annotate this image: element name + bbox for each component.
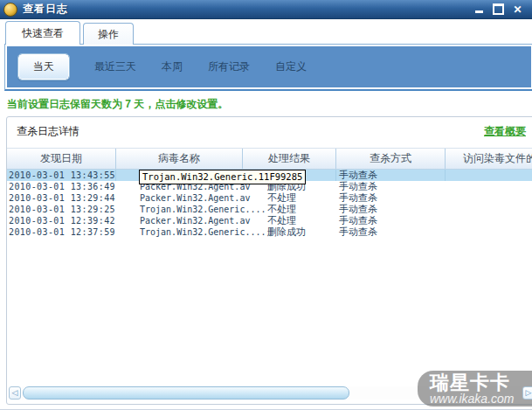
watermark-brand: 瑞星卡卡 [430, 373, 532, 393]
tab-quick-view[interactable]: 快速查看 [5, 21, 80, 45]
filter-all-records-button[interactable]: 所有记录 [208, 59, 250, 74]
cell-date: 2010-03-01 13:43:55 [7, 170, 116, 181]
virus-name-tooltip: Trojan.Win32.Generic.11F99285 [139, 170, 306, 184]
scroll-right-icon[interactable]: ▷ [522, 386, 532, 400]
cell-process [446, 170, 532, 181]
scrollbar-thumb[interactable] [23, 386, 349, 400]
cell-process [446, 215, 532, 226]
cell-process [446, 181, 532, 192]
cell-result: 不处理 [243, 215, 336, 226]
table-row[interactable]: 2010-03-01 12:37:59 Trojan.Win32.Generic… [7, 226, 532, 238]
watermark-url: www.ikaka.com [430, 393, 532, 406]
scan-log-panel: 查杀日志详情 查看概要 发现日期 病毒名称 处理结果 查杀方式 访问染毒文件的 … [6, 116, 532, 405]
scroll-left-icon[interactable]: ◁ [9, 386, 21, 400]
cell-date: 2010-03-01 12:37:59 [7, 226, 116, 238]
cell-result: 不处理 [243, 192, 336, 204]
cell-process [446, 226, 532, 238]
cell-method: 手动查杀 [336, 181, 446, 192]
tab-page: 当天 最近三天 本周 所有记录 自定义 [4, 44, 532, 91]
log-viewer-window: 查看日志 ✕ 快速查看 操作 当天 最近三天 本周 所有记录 自定义 当前设置日… [0, 0, 532, 410]
tab-bar: 快速查看 操作 [5, 24, 136, 45]
watermark: 瑞星卡卡 www.ikaka.com [418, 371, 532, 407]
titlebar: 查看日志 ✕ [0, 0, 532, 19]
date-filter-toolbar: 当天 最近三天 本周 所有记录 自定义 [7, 46, 531, 87]
filter-custom-button[interactable]: 自定义 [275, 59, 307, 74]
close-icon[interactable]: ✕ [511, 3, 524, 15]
maximize-icon[interactable] [492, 3, 505, 15]
window-controls: ✕ [473, 3, 532, 15]
filter-last-three-days-button[interactable]: 最近三天 [94, 59, 136, 74]
table-row[interactable]: 2010-03-01 13:29:44 Packer.Win32.Agent.a… [7, 192, 532, 204]
cell-virus: Trojan.Win32.Generic.... [116, 226, 243, 238]
panel-title: 查杀日志详情 [17, 124, 79, 139]
cell-method: 手动查杀 [336, 192, 446, 204]
cell-method: 手动查杀 [336, 170, 446, 181]
column-header-process[interactable]: 访问染毒文件的 [446, 149, 532, 169]
column-header-date[interactable]: 发现日期 [7, 149, 116, 169]
column-header-result[interactable]: 处理结果 [243, 149, 336, 169]
minimize-icon[interactable] [473, 3, 486, 15]
filter-today-button[interactable]: 当天 [18, 54, 69, 80]
table-row[interactable]: 2010-03-01 13:29:25 Trojan.Win32.Generic… [7, 204, 532, 215]
filter-this-week-button[interactable]: 本周 [162, 59, 183, 74]
log-table: 发现日期 病毒名称 处理结果 查杀方式 访问染毒文件的 2010-03-01 1… [7, 148, 532, 238]
window-title: 查看日志 [23, 2, 68, 17]
column-header-method[interactable]: 查杀方式 [336, 149, 446, 169]
rising-app-icon [3, 3, 17, 17]
cell-result: 不处理 [243, 204, 336, 215]
panel-header: 查杀日志详情 查看概要 [7, 117, 529, 145]
cell-date: 2010-03-01 13:29:25 [7, 204, 116, 215]
cell-virus: Trojan.Win32.Generic.... [116, 204, 243, 215]
cell-method: 手动查杀 [336, 215, 446, 226]
cell-process [446, 204, 532, 215]
log-retention-notice[interactable]: 当前设置日志保留天数为 7 天，点击修改设置。 [7, 97, 228, 112]
cell-process [446, 192, 532, 204]
table-row[interactable]: 2010-03-01 12:39:42 Packer.Win32.Agent.a… [7, 215, 532, 226]
column-header-virus-name[interactable]: 病毒名称 [116, 149, 243, 169]
view-summary-link[interactable]: 查看概要 [484, 124, 526, 139]
cell-date: 2010-03-01 13:29:44 [7, 192, 116, 204]
cell-date: 2010-03-01 13:36:49 [7, 181, 116, 192]
cell-virus: Packer.Win32.Agent.av [116, 192, 243, 204]
tab-operations[interactable]: 操作 [83, 23, 134, 45]
cell-method: 手动查杀 [336, 226, 446, 238]
table-header-row: 发现日期 病毒名称 处理结果 查杀方式 访问染毒文件的 [7, 148, 532, 170]
cell-result: 删除成功 [243, 226, 336, 238]
cell-method: 手动查杀 [336, 204, 446, 215]
cell-date: 2010-03-01 12:39:42 [7, 215, 116, 226]
cell-virus: Packer.Win32.Agent.av [116, 215, 243, 226]
